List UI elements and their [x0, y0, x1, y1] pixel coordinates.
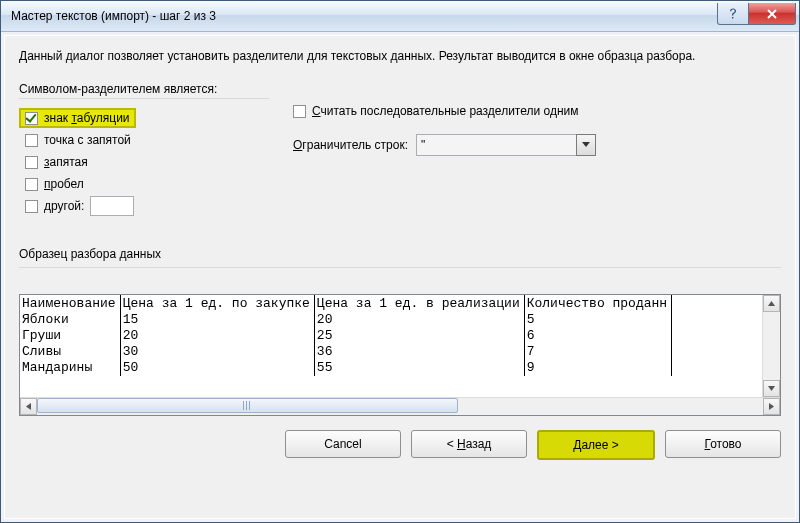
cancel-button[interactable]: Cancel	[285, 430, 401, 458]
button-row: Cancel < Назад Далее > Готово	[19, 430, 781, 460]
finish-button-label: Готово	[704, 437, 741, 451]
scroll-up-button[interactable]	[763, 295, 780, 312]
delimiter-other-label: другой:	[44, 199, 84, 213]
delimiter-tab-row: знак табуляции	[25, 107, 269, 129]
chevron-right-icon	[769, 403, 774, 410]
close-icon	[766, 9, 778, 19]
qualifier-dropdown-button[interactable]	[576, 134, 596, 156]
preview-table: НаименованиеЦена за 1 ед. по закупкеЦена…	[20, 295, 672, 376]
delimiters-legend: Символом-разделителем является:	[19, 82, 269, 96]
delimiter-space-row: пробел	[25, 173, 269, 195]
consecutive-checkbox[interactable]	[293, 105, 306, 118]
vertical-scrollbar[interactable]	[762, 295, 780, 397]
column-header: Количество проданн	[524, 295, 671, 312]
back-button[interactable]: < Назад	[411, 430, 527, 458]
table-cell: Сливы	[20, 344, 120, 360]
scroll-track[interactable]	[763, 312, 780, 380]
table-row: Сливы30367	[20, 344, 672, 360]
table-row: Мандарины50559	[20, 360, 672, 376]
close-button[interactable]	[748, 3, 796, 25]
delimiters-group: Символом-разделителем является: знак таб…	[19, 78, 269, 217]
delimiter-other-row: другой:	[25, 195, 269, 217]
highlight-tab: знак табуляции	[19, 108, 136, 128]
cancel-button-label: Cancel	[324, 437, 361, 451]
qualifier-value[interactable]	[416, 134, 576, 156]
table-row: Яблоки15205	[20, 312, 672, 328]
consecutive-label: Считать последовательные разделители одн…	[312, 104, 579, 118]
titlebar-buttons	[718, 3, 799, 25]
chevron-down-icon	[768, 386, 775, 391]
scroll-thumb[interactable]	[37, 398, 458, 413]
delimiter-semicolon-label: точка с запятой	[44, 133, 131, 147]
chevron-left-icon	[26, 403, 31, 410]
column-header: Цена за 1 ед. по закупке	[120, 295, 314, 312]
divider	[19, 267, 781, 268]
table-row: Груши20256	[20, 328, 672, 344]
help-button[interactable]	[717, 3, 749, 25]
table-cell: 30	[120, 344, 314, 360]
delimiter-comma-checkbox[interactable]	[25, 156, 38, 169]
table-cell: 25	[314, 328, 524, 344]
scroll-right-button[interactable]	[763, 398, 780, 415]
table-cell: Яблоки	[20, 312, 120, 328]
table-cell: 36	[314, 344, 524, 360]
table-cell: 7	[524, 344, 671, 360]
table-cell: 55	[314, 360, 524, 376]
divider	[19, 98, 269, 99]
qualifier-label: Ограничитель строк:	[293, 138, 408, 152]
consecutive-row: Считать последовательные разделители одн…	[293, 104, 781, 118]
table-cell: Мандарины	[20, 360, 120, 376]
options-section: Символом-разделителем является: знак таб…	[19, 78, 781, 217]
preview-legend: Образец разбора данных	[19, 247, 781, 261]
preview-body: НаименованиеЦена за 1 ед. по закупкеЦена…	[20, 295, 762, 397]
help-icon	[728, 8, 738, 20]
table-cell: 9	[524, 360, 671, 376]
column-header: Цена за 1 ед. в реализации	[314, 295, 524, 312]
table-cell: 20	[120, 328, 314, 344]
table-cell: 15	[120, 312, 314, 328]
dialog-description: Данный диалог позволяет установить разде…	[19, 48, 781, 64]
delimiter-comma-row: запятая	[25, 151, 269, 173]
table-cell: Груши	[20, 328, 120, 344]
right-options: Считать последовательные разделители одн…	[293, 78, 781, 217]
delimiter-comma-label: запятая	[44, 155, 88, 169]
delimiter-space-checkbox[interactable]	[25, 178, 38, 191]
table-cell: 50	[120, 360, 314, 376]
delimiter-tab-label: знак табуляции	[44, 111, 130, 125]
scroll-track[interactable]	[37, 398, 763, 415]
scroll-down-button[interactable]	[763, 380, 780, 397]
preview-scroll-area: НаименованиеЦена за 1 ед. по закупкеЦена…	[20, 295, 780, 397]
delimiter-semicolon-checkbox[interactable]	[25, 134, 38, 147]
next-button-label: Далее >	[573, 438, 619, 452]
column-header: Наименование	[20, 295, 120, 312]
chevron-up-icon	[768, 301, 775, 306]
qualifier-select[interactable]	[416, 134, 596, 156]
window-title: Мастер текстов (импорт) - шаг 2 из 3	[11, 9, 718, 23]
delimiter-semicolon-row: точка с запятой	[25, 129, 269, 151]
delimiter-other-input[interactable]	[90, 196, 134, 216]
preview-group: Образец разбора данных НаименованиеЦена …	[19, 243, 781, 416]
grip-icon	[243, 401, 252, 410]
client-area: Данный диалог позволяет установить разде…	[4, 35, 796, 519]
table-cell: 6	[524, 328, 671, 344]
preview-box: НаименованиеЦена за 1 ед. по закупкеЦена…	[19, 294, 781, 416]
titlebar: Мастер текстов (импорт) - шаг 2 из 3	[1, 1, 799, 32]
delimiter-tab-checkbox[interactable]	[25, 112, 38, 125]
delimiter-other-checkbox[interactable]	[25, 200, 38, 213]
horizontal-scrollbar[interactable]	[20, 397, 780, 415]
next-button[interactable]: Далее >	[537, 430, 655, 460]
back-button-label: < Назад	[447, 437, 492, 451]
chevron-down-icon	[582, 142, 590, 148]
finish-button[interactable]: Готово	[665, 430, 781, 458]
qualifier-row: Ограничитель строк:	[293, 134, 781, 156]
dialog-window: Мастер текстов (импорт) - шаг 2 из 3 Дан…	[0, 0, 800, 523]
table-cell: 20	[314, 312, 524, 328]
scroll-left-button[interactable]	[20, 398, 37, 415]
table-cell: 5	[524, 312, 671, 328]
delimiter-space-label: пробел	[44, 177, 84, 191]
